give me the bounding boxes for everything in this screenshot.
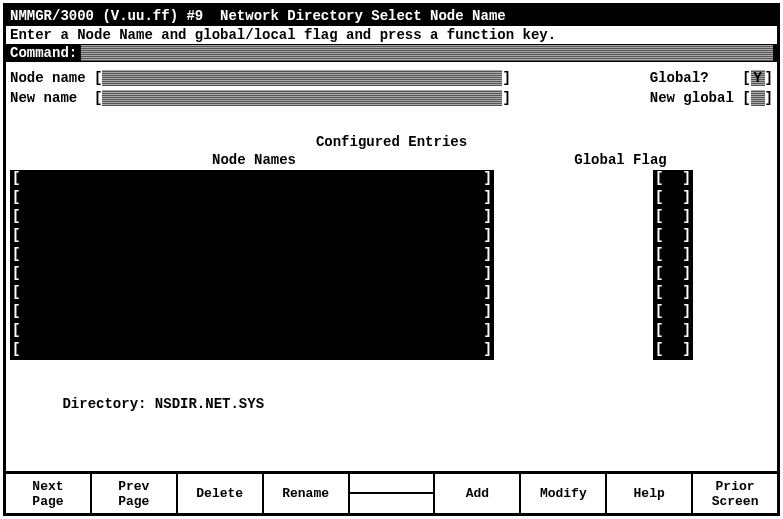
title-bar: NMMGR/3000 (V.uu.ff) #9 Network Director… (6, 6, 777, 26)
entry-flag-cell[interactable]: [] (653, 284, 693, 303)
col-node-names: Node Names (10, 152, 498, 168)
fkey-next-page[interactable]: Next Page (6, 474, 92, 513)
instruction-line: Enter a Node Name and global/local flag … (6, 26, 777, 44)
fkey-add[interactable]: Add (435, 474, 521, 513)
node-name-input[interactable] (102, 70, 502, 86)
entry-row: [][] (10, 189, 773, 208)
form-body: Node name [ ] Global? [ Y ] New name [ ]… (6, 62, 777, 471)
fkey-prior-screen[interactable]: Prior Screen (693, 474, 777, 513)
app-frame: NMMGR/3000 (V.uu.ff) #9 Network Director… (3, 3, 780, 516)
fkey-prev-page[interactable]: Prev Page (92, 474, 178, 513)
entry-name-cell[interactable]: [] (10, 227, 494, 246)
entry-row: [][] (10, 170, 773, 189)
command-input[interactable] (81, 45, 773, 61)
configured-entries-title: Configured Entries (10, 134, 773, 150)
entry-name-cell[interactable]: [] (10, 303, 494, 322)
directory-value: NSDIR.NET.SYS (155, 396, 264, 412)
entry-flag-cell[interactable]: [] (653, 246, 693, 265)
entry-flag-cell[interactable]: [] (653, 208, 693, 227)
directory-label: Directory: (62, 396, 154, 412)
entries-list: [][][][][][][][][][][][][][][][][][][][] (10, 170, 773, 360)
entry-flag-cell[interactable]: [] (653, 265, 693, 284)
fkey-blank[interactable] (350, 474, 436, 513)
col-global-flag: Global Flag (498, 152, 773, 168)
entry-name-cell[interactable]: [] (10, 322, 494, 341)
new-name-label: New name (10, 90, 94, 106)
entry-flag-cell[interactable]: [] (653, 189, 693, 208)
entry-row: [][] (10, 303, 773, 322)
entry-row: [][] (10, 208, 773, 227)
directory-line: Directory: NSDIR.NET.SYS (10, 380, 773, 428)
column-headers: Node Names Global Flag (10, 152, 773, 168)
entry-flag-cell[interactable]: [] (653, 227, 693, 246)
entry-row: [][] (10, 322, 773, 341)
fkey-modify[interactable]: Modify (521, 474, 607, 513)
global-input[interactable]: Y (751, 70, 765, 86)
entry-row: [][] (10, 284, 773, 303)
fkey-help[interactable]: Help (607, 474, 693, 513)
entry-flag-cell[interactable]: [] (653, 322, 693, 341)
new-name-input[interactable] (102, 90, 502, 106)
node-name-label: Node name (10, 70, 94, 86)
entry-name-cell[interactable]: [] (10, 208, 494, 227)
entry-name-cell[interactable]: [] (10, 341, 494, 360)
entry-row: [][] (10, 341, 773, 360)
entry-name-cell[interactable]: [] (10, 170, 494, 189)
fkey-rename[interactable]: Rename (264, 474, 350, 513)
new-global-label: New global (650, 90, 742, 106)
entry-row: [][] (10, 265, 773, 284)
entry-name-cell[interactable]: [] (10, 284, 494, 303)
new-global-input[interactable] (751, 90, 765, 106)
entry-flag-cell[interactable]: [] (653, 341, 693, 360)
entry-row: [][] (10, 246, 773, 265)
entry-flag-cell[interactable]: [] (653, 170, 693, 189)
entry-row: [][] (10, 227, 773, 246)
command-label: Command: (10, 45, 77, 61)
entry-name-cell[interactable]: [] (10, 265, 494, 284)
entry-name-cell[interactable]: [] (10, 189, 494, 208)
global-label: Global? (650, 70, 742, 86)
entry-name-cell[interactable]: [] (10, 246, 494, 265)
entry-flag-cell[interactable]: [] (653, 303, 693, 322)
command-line: Command: (6, 44, 777, 62)
fkey-delete[interactable]: Delete (178, 474, 264, 513)
function-key-bar: Next Page Prev Page Delete Rename Add Mo… (6, 471, 777, 513)
